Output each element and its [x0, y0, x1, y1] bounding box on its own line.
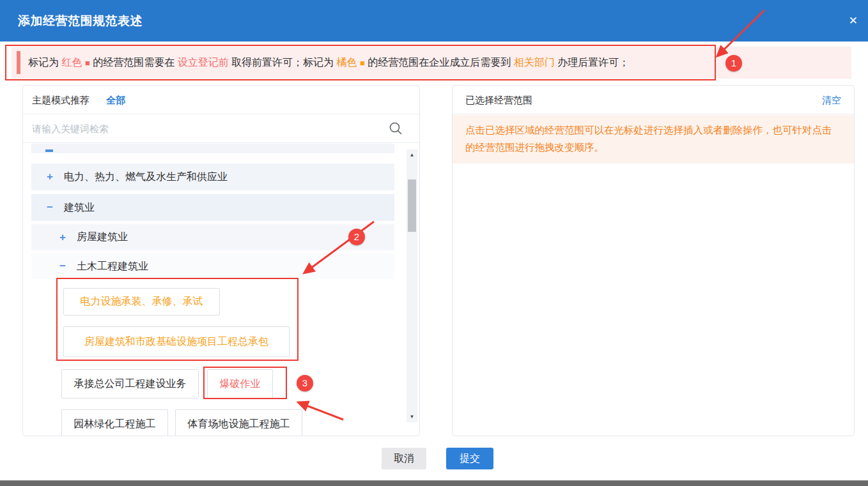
modal-title: 添加经营范围规范表述	[18, 0, 143, 42]
license-notice-bar: 标记为 红色 ■ 的经营范围需要在 设立登记前 取得前置许可；标记为 橘色 ■ …	[12, 47, 851, 79]
selected-scope-panel: 已选择经营范围 清空 点击已选择区域的经营范围可以在光标处进行选择插入或者删除操…	[452, 85, 855, 436]
scope-chip-sports-facility[interactable]: 体育场地设施工程施工	[175, 409, 302, 436]
cancel-button[interactable]: 取消	[382, 448, 426, 469]
scope-chip-blasting-operation[interactable]: 爆破作业	[207, 369, 273, 399]
notice-seg: 标记为	[28, 57, 61, 68]
scope-chip-head-office-projects[interactable]: 承接总公司工程建设业务	[61, 369, 199, 399]
scrollbar-thumb[interactable]	[408, 179, 416, 232]
selected-scope-title: 已选择经营范围	[465, 86, 532, 114]
tree-row-civil-engineering[interactable]: − 土木工程建筑业	[31, 254, 394, 279]
scope-chip-general-contracting[interactable]: 房屋建筑和市政基础设施项目工程总承包	[63, 326, 290, 357]
search-input[interactable]	[32, 119, 377, 139]
notice-seg: 的经营范围在企业成立后需要到	[365, 57, 514, 68]
plus-icon	[45, 149, 53, 152]
notice-seg: 的经营范围需要在	[90, 57, 178, 68]
window-bottom-edge	[0, 480, 868, 486]
selected-scope-header: 已选择经营范围 清空	[453, 86, 854, 114]
scope-chip-power-facility[interactable]: 电力设施承装、承修、承试	[63, 288, 220, 315]
tree-row-housing-construction[interactable]: + 房屋建筑业	[31, 224, 394, 250]
keyword-search-bar	[23, 114, 419, 143]
add-business-scope-modal: 添加经营范围规范表述 ✕ 标记为 红色 ■ 的经营范围需要在 设立登记前 取得前…	[0, 0, 868, 486]
tree-row-power-heat-gas-water[interactable]: + 电力、热力、燃气及水生产和供应业	[31, 163, 394, 190]
notice-text: 标记为 红色 ■ 的经营范围需要在 设立登记前 取得前置许可；标记为 橘色 ■ …	[28, 47, 629, 79]
plus-icon[interactable]: +	[44, 171, 56, 183]
notice-accent-bar	[17, 51, 20, 74]
notice-seg: 办理后置许可；	[555, 57, 629, 68]
tree-scrollbar[interactable]: ▲ ▼	[407, 149, 417, 422]
scrollbar-up-icon[interactable]: ▲	[407, 149, 417, 160]
scope-catalog-panel: 主题模式推荐 全部 + 电力、热力、燃气及水生产和供应业 − 建筑业 + 房屋建…	[22, 85, 420, 436]
modal-header: 添加经营范围规范表述 ✕	[0, 0, 868, 42]
tree-row-label: 电力、热力、燃气及水生产和供应业	[64, 171, 228, 184]
notice-red-emphasis: 设立登记前	[178, 57, 229, 68]
close-icon[interactable]: ✕	[849, 0, 858, 42]
notice-red-label: 红色	[61, 57, 84, 68]
tree-row-label: 房屋建筑业	[77, 231, 128, 244]
submit-button[interactable]: 提交	[446, 448, 493, 469]
search-icon[interactable]	[389, 121, 403, 135]
selected-scope-hint: 点击已选择区域的经营范围可以在光标处进行选择插入或者删除操作，也可针对点击的经营…	[453, 115, 854, 163]
orange-square-icon: ■	[360, 58, 365, 68]
notice-seg: 取得前置许可；标记为	[229, 57, 337, 68]
scrollbar-down-icon[interactable]: ▼	[407, 411, 417, 422]
minus-icon[interactable]: −	[44, 201, 56, 214]
tree-row-label: 建筑业	[64, 201, 95, 215]
catalog-tabs: 主题模式推荐 全部	[23, 86, 419, 114]
tree-row-partial	[31, 144, 394, 153]
tab-all[interactable]: 全部	[106, 86, 125, 114]
clear-all-link[interactable]: 清空	[822, 86, 841, 114]
notice-orange-label: 橘色	[337, 57, 360, 68]
scope-chip-landscaping[interactable]: 园林绿化工程施工	[61, 409, 168, 436]
tree-row-construction[interactable]: − 建筑业	[31, 194, 394, 221]
plus-icon[interactable]: +	[57, 231, 68, 244]
tab-theme-recommend[interactable]: 主题模式推荐	[32, 86, 89, 114]
notice-orange-emphasis: 相关部门	[514, 57, 555, 68]
minus-icon[interactable]: −	[57, 260, 68, 273]
red-square-icon: ■	[85, 58, 90, 68]
tree-row-label: 土木工程建筑业	[77, 260, 148, 273]
